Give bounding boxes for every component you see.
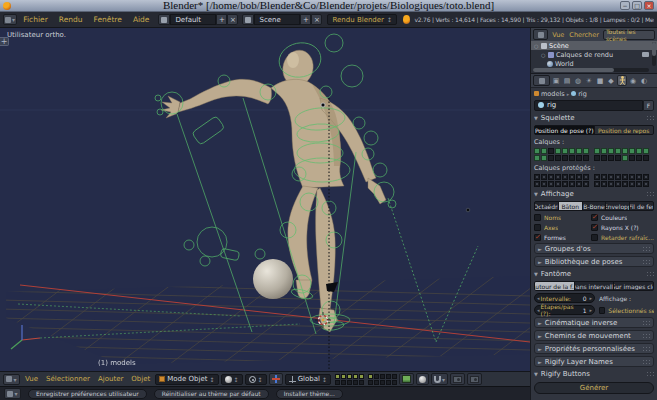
generate-rig-button[interactable]: Générer xyxy=(534,382,654,394)
menu-fichier[interactable]: Fichier xyxy=(18,15,53,24)
layer-cell[interactable] xyxy=(555,148,561,154)
scene-field[interactable]: Scene xyxy=(254,14,300,25)
layer-cell[interactable] xyxy=(636,148,642,154)
layer-cell[interactable] xyxy=(636,155,642,161)
layer-cell[interactable] xyxy=(594,148,600,154)
checkbox-noms[interactable]: ✓ Noms xyxy=(534,213,591,221)
panel-header-squelette[interactable]: ▼ Squelette xyxy=(534,113,654,123)
layer-cell[interactable] xyxy=(534,174,540,180)
layer-cell[interactable] xyxy=(335,380,340,385)
menu-selectionner[interactable]: Sélectionner xyxy=(43,375,93,383)
snap-toggle[interactable]: ▾ xyxy=(431,373,448,385)
layer-cell[interactable] xyxy=(562,181,568,187)
outliner-row-world[interactable]: World xyxy=(531,59,657,68)
maximize-button[interactable]: □ xyxy=(632,1,642,10)
layer-cell[interactable] xyxy=(629,148,635,154)
ghost-type-on-keyframes[interactable]: Sur images clé xyxy=(613,281,654,291)
steps-slider[interactable]: ◂ Étapes/pas (?): 1 ▸ xyxy=(534,305,595,315)
panel-header-chemins-de-mouvement[interactable]: ► Chemins de mouvement xyxy=(534,330,654,341)
layer-cell[interactable] xyxy=(386,374,391,379)
editor-type-selector[interactable]: ▾ xyxy=(3,14,17,25)
panel-header-affichage[interactable]: ▼ Affichage xyxy=(534,189,654,199)
layer-cell[interactable] xyxy=(629,155,635,161)
layer-cell[interactable] xyxy=(569,155,575,161)
panel-header-fantome[interactable]: ▼ Fantôme xyxy=(534,269,654,279)
display-type-enveloppe[interactable]: Envelopp xyxy=(605,201,630,211)
render-still-button[interactable] xyxy=(450,373,465,385)
layer-cell[interactable] xyxy=(629,174,635,180)
menu-fenetre[interactable]: Fenêtre xyxy=(89,15,127,24)
display-type-baton[interactable]: Bâton xyxy=(558,201,583,211)
layer-cell[interactable] xyxy=(583,155,589,161)
layer-cell[interactable] xyxy=(562,148,568,154)
layer-cell[interactable] xyxy=(576,181,582,187)
layer-cell[interactable] xyxy=(353,374,358,379)
tab-object-icon[interactable]: ■ xyxy=(595,75,605,86)
layer-cell[interactable] xyxy=(347,380,352,385)
panel-header-groupes-dos[interactable]: ► Groupes d'os xyxy=(534,243,654,254)
panel-header-rigify-layer-names[interactable]: ► Rigify Layer Names xyxy=(534,356,654,367)
layer-cell[interactable] xyxy=(601,174,607,180)
rest-position-button[interactable]: Position de repos xyxy=(594,125,655,135)
decrement-icon[interactable]: ◂ xyxy=(537,295,540,301)
soccer-ball[interactable] xyxy=(253,259,293,299)
empty-object-dot[interactable] xyxy=(466,208,470,212)
tab-render-icon[interactable]: ▣ xyxy=(551,75,561,86)
outliner-filter-dropdown[interactable]: Toutes les scènes xyxy=(603,30,655,40)
checkbox-couleurs[interactable]: ✓ Couleurs xyxy=(591,213,654,221)
view3d-editor-type-selector[interactable]: ▾ xyxy=(3,374,20,385)
layer-cell[interactable] xyxy=(562,155,568,161)
layer-cell[interactable] xyxy=(636,174,642,180)
add-scene-button[interactable]: + xyxy=(300,14,311,25)
breadcrumb-data[interactable]: rig xyxy=(578,90,587,98)
layer-cell[interactable] xyxy=(601,155,607,161)
layer-cell[interactable] xyxy=(359,380,364,385)
layer-cell[interactable] xyxy=(368,374,373,379)
delete-layout-button[interactable]: × xyxy=(227,14,238,25)
layer-cell[interactable] xyxy=(541,155,547,161)
properties-editor-type-selector[interactable] xyxy=(533,75,550,86)
tab-armature-data-icon[interactable] xyxy=(617,75,627,86)
screen-layout-field[interactable]: Default xyxy=(170,14,216,25)
expand-toggle-icon[interactable]: ○ xyxy=(534,43,539,49)
add-layout-button[interactable]: + xyxy=(216,14,227,25)
layer-cell[interactable] xyxy=(353,380,358,385)
layer-cell[interactable] xyxy=(643,181,649,187)
panel-header-rigify-buttons[interactable]: ▼ Rigify Buttons xyxy=(534,369,654,379)
menu-aide[interactable]: Aide xyxy=(128,15,155,24)
mode-selector[interactable]: Mode Objet ↕ xyxy=(155,374,218,385)
scene-selector-icon[interactable] xyxy=(242,14,254,25)
layer-cell[interactable] xyxy=(583,181,589,187)
reset-theme-button[interactable]: Réinitialiser au thème par défaut xyxy=(154,389,269,399)
layer-cell[interactable] xyxy=(534,155,540,161)
manipulator-toggle[interactable] xyxy=(269,373,283,385)
save-user-prefs-button[interactable]: Enregistrer préférences utilisateur xyxy=(28,389,147,399)
ghost-type-in-range[interactable]: Dans intervalle xyxy=(574,281,615,291)
layer-cell[interactable] xyxy=(562,174,568,180)
display-type-fil-de-fer[interactable]: Fil de fer xyxy=(629,201,654,211)
checkbox-formes[interactable]: ✓ Formes xyxy=(534,233,591,241)
panel-header-bibliotheque-de-poses[interactable]: ► Bibliothèque de poses xyxy=(534,256,654,267)
layer-cell[interactable] xyxy=(636,181,642,187)
decrement-icon[interactable]: ◂ xyxy=(537,307,540,313)
3d-viewport[interactable]: Utilisateur ortho. + (1) models xyxy=(0,28,530,371)
minimize-button[interactable]: − xyxy=(620,1,630,10)
layer-cell[interactable] xyxy=(608,148,614,154)
layer-cell[interactable] xyxy=(622,181,628,187)
renderability-icon[interactable] xyxy=(642,52,649,57)
layer-cell[interactable] xyxy=(569,181,575,187)
layer-cell[interactable] xyxy=(594,181,600,187)
breadcrumb-object[interactable]: models xyxy=(541,90,565,98)
layer-cell[interactable] xyxy=(608,155,614,161)
layer-cell[interactable] xyxy=(368,380,373,385)
layer-cell[interactable] xyxy=(601,148,607,154)
interval-slider[interactable]: ◂ Intervalle: 0 ▸ xyxy=(534,293,595,303)
layer-cell[interactable] xyxy=(615,155,621,161)
render-engine-selector[interactable]: Rendu Blender ↕ xyxy=(327,14,397,25)
tab-physics-icon[interactable]: ◐ xyxy=(639,75,649,86)
outliner-menu-vue[interactable]: Vue xyxy=(551,31,565,39)
layer-cell[interactable] xyxy=(392,374,397,379)
menu-rendu[interactable]: Rendu xyxy=(54,15,88,24)
outliner-editor-type-selector[interactable] xyxy=(533,29,548,40)
layer-cell[interactable] xyxy=(601,181,607,187)
